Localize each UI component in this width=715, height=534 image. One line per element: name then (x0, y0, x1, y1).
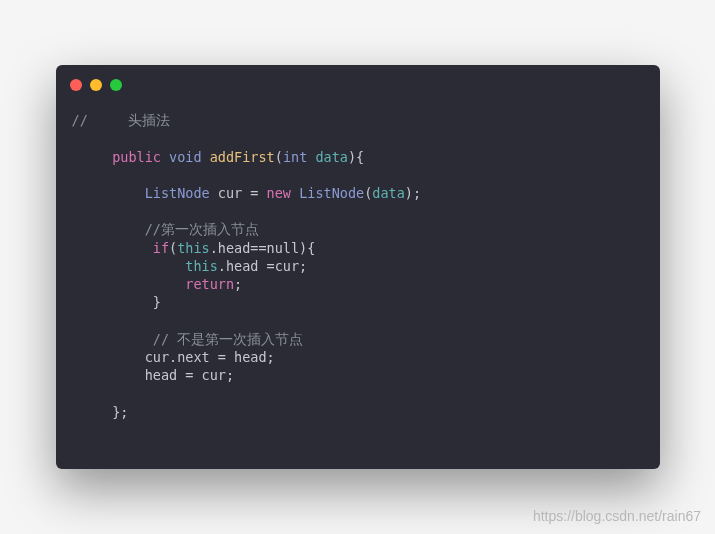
comment-text: 头插法 (128, 112, 170, 128)
code-window: // 头插法 public void addFirst(int data){ L… (56, 65, 660, 469)
param-data: data (315, 149, 348, 165)
keyword-this2: this (185, 258, 218, 274)
keyword-return: return (185, 276, 234, 292)
keyword-void: void (169, 149, 202, 165)
line-head-cur: head = cur; (145, 367, 234, 383)
comment-not-first: // 不是第一次插入节点 (153, 331, 303, 347)
keyword-this: this (177, 240, 210, 256)
expr-head-cur: .head =cur; (218, 258, 307, 274)
maximize-icon (110, 79, 122, 91)
var-cur: cur (218, 185, 242, 201)
line-cur-next: cur.next = head; (145, 349, 275, 365)
comment-first-insert: //第一次插入节点 (145, 221, 259, 237)
arg-data: data (372, 185, 405, 201)
watermark-text: https://blog.csdn.net/rain67 (533, 508, 701, 524)
keyword-new: new (267, 185, 291, 201)
window-titlebar (56, 65, 660, 91)
expr-head-null: .head==null){ (210, 240, 316, 256)
type-listnode: ListNode (145, 185, 210, 201)
minimize-icon (90, 79, 102, 91)
close-method: }; (112, 404, 128, 420)
type-listnode2: ListNode (299, 185, 364, 201)
type-int: int (283, 149, 307, 165)
close-brace: } (153, 294, 161, 310)
function-name: addFirst (210, 149, 275, 165)
keyword-public: public (112, 149, 161, 165)
close-icon (70, 79, 82, 91)
code-block: // 头插法 public void addFirst(int data){ L… (56, 91, 660, 469)
comment-slashes: // (72, 112, 88, 128)
keyword-if: if (153, 240, 169, 256)
